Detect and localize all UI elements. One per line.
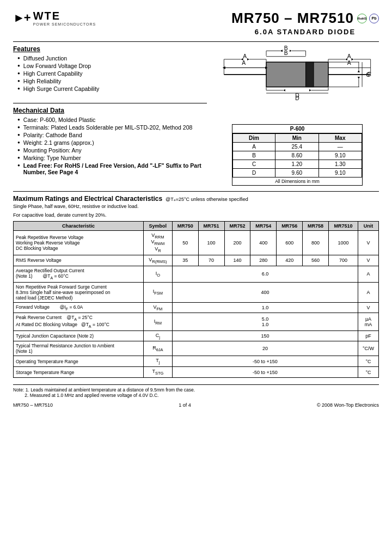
header-divider [13, 41, 379, 42]
footer-bottom: MR750 – MR7510 1 of 4 © 2008 Won-Top Ele… [13, 402, 379, 408]
dim-col-max: Max [318, 133, 362, 142]
rohs-badge: RoHS [357, 14, 367, 23]
col-symbol: Symbol [143, 221, 172, 230]
footer: Note: 1. Leads maintained at ambient tem… [13, 384, 379, 408]
header: ►+ WTE POWER SEMICONDUCTORS MR750 – MR75… [13, 10, 379, 36]
diode-diagram: A B A C D A [218, 45, 376, 119]
logo-text: WTE POWER SEMICONDUCTORS [33, 10, 96, 26]
mech-item-1: Case: P-600, Molded Plastic [17, 117, 207, 123]
svg-text:A: A [347, 53, 351, 59]
dim-package-title: P-600 [232, 125, 362, 133]
dim-note: All Dimensions in mm [232, 177, 362, 185]
row-avg-current: Average Rectified Output Current(Note 1)… [14, 266, 379, 282]
dim-row-b: B8.609.10 [233, 151, 362, 160]
col-mr751: MR751 [198, 221, 224, 230]
dim-row-a: A25.4— [233, 142, 362, 151]
svg-text:B: B [284, 45, 288, 51]
col-unit: Unit [358, 221, 379, 230]
row-rms-reverse: RMS Reverse Voltage VR(RMS) 35 70 140 28… [14, 255, 379, 266]
mech-item-4: Weight: 2.1 grams (approx.) [17, 139, 207, 146]
left-column: Features Diffused Junction Low Forward V… [13, 45, 207, 186]
right-column: A B A C D A [216, 45, 379, 186]
logo-subtitle: POWER SEMICONDUCTORS [33, 22, 96, 26]
ratings-note-1: Single Phase, half wave, 60Hz, resistive… [13, 204, 379, 209]
mech-item-3: Polarity: Cathode Band [17, 132, 207, 138]
col-characteristic: Characteristic [14, 221, 144, 230]
footer-note-2: 2. Measured at 1.0 MHz and applied rever… [13, 393, 379, 398]
col-mr752: MR752 [224, 221, 250, 230]
feature-item-2: Low Forward Voltage Drop [17, 63, 207, 69]
row-forward-voltage: Forward Voltage @IF = 6.0A VFM 1.0 V [14, 302, 379, 313]
feature-item-3: High Current Capability [17, 70, 207, 77]
ratings-table: Characteristic Symbol MR750 MR751 MR752 … [13, 221, 379, 378]
svg-text:A: A [347, 60, 351, 66]
ratings-title: Maximum Ratings and Electrical Character… [13, 195, 162, 203]
row-capacitance: Typical Junction Capacitance (Note 2) Cj… [14, 330, 379, 341]
main-content: Features Diffused Junction Low Forward V… [13, 45, 379, 186]
dimensions-table-wrapper: P-600 Dim Min Max A25.4— B8.609.10 [232, 124, 363, 186]
row-operating-temp: Operating Temperature Range Tj -50 to +1… [14, 356, 379, 367]
col-mr7510: MR7510 [328, 221, 358, 230]
svg-rect-2 [266, 62, 328, 87]
footer-page: 1 of 4 [179, 402, 191, 408]
mech-item-2: Terminals: Plated Leads Solderable per M… [17, 124, 207, 131]
logo-icon: ►+ [13, 11, 30, 25]
svg-text:C: C [366, 72, 370, 78]
col-mr754: MR754 [250, 221, 277, 230]
row-storage-temp: Storage Temperature Range TSTG -50 to +1… [14, 367, 379, 378]
pb-badge: Pb [369, 14, 379, 23]
row-thermal: Typical Thermal Resistance Junction to A… [14, 341, 379, 356]
feature-item-1: Diffused Junction [17, 55, 207, 62]
col-mr756: MR756 [277, 221, 303, 230]
mech-item-7: Lead Free: For RoHS / Lead Free Version,… [17, 162, 207, 175]
logo-wte: WTE [33, 10, 96, 22]
mech-item-6: Marking: Type Number [17, 155, 207, 161]
mechanical-title: Mechanical Data [13, 107, 207, 114]
svg-rect-3 [306, 62, 314, 87]
dim-row-c: C1.201.30 [233, 160, 362, 168]
feature-item-5: High Surge Current Capability [17, 85, 207, 92]
footer-note-1: Note: 1. Leads maintained at ambient tem… [13, 387, 379, 393]
mech-item-5: Mounting Position: Any [17, 147, 207, 154]
feature-item-4: High Reliability [17, 78, 207, 84]
dim-col-min: Min [275, 133, 318, 142]
logo-area: ►+ WTE POWER SEMICONDUCTORS [13, 10, 96, 26]
row-reverse-current: Peak Reverse Current @TA = 25°CAt Rated … [14, 313, 379, 330]
ratings-section: Maximum Ratings and Electrical Character… [13, 191, 379, 378]
part-subtitle: 6.0A STANDARD DIODE [231, 28, 379, 36]
dim-row-d: D9.609.10 [233, 168, 362, 177]
footer-notes: Note: 1. Leads maintained at ambient tem… [13, 387, 379, 398]
features-title: Features [13, 45, 207, 53]
features-list: Diffused Junction Low Forward Voltage Dr… [13, 55, 207, 92]
part-number: MR750 – MR7510 [231, 10, 354, 27]
svg-text:D: D [295, 93, 299, 99]
section-divider [13, 103, 207, 103]
ratings-note-2: For capacitive load, derate current by 2… [13, 212, 379, 218]
svg-text:A: A [242, 60, 246, 66]
row-surge-current: Non Repetitive Peak Forward Surge Curren… [14, 282, 379, 302]
row-peak-reverse: Peak Repetitive Reverse VoltageWorking P… [14, 230, 379, 255]
dimensions-table: Dim Min Max A25.4— B8.609.10 C1.201.30 [232, 133, 362, 177]
col-mr758: MR758 [303, 221, 329, 230]
dim-col-dim: Dim [233, 133, 275, 142]
title-area: MR750 – MR7510 RoHS Pb 6.0A STANDARD DIO… [231, 10, 379, 36]
footer-part-number: MR750 – MR7510 [13, 402, 53, 408]
ratings-condition: @Tₐ=25°C unless otherwise specified [166, 197, 248, 202]
rohs-badges: RoHS Pb [357, 14, 379, 23]
footer-copyright: © 2008 Won-Top Electronics [317, 402, 379, 408]
ratings-divider [13, 191, 379, 192]
svg-text:A: A [243, 53, 247, 59]
mechanical-list: Case: P-600, Molded Plastic Terminals: P… [13, 117, 207, 175]
col-mr750: MR750 [172, 221, 198, 230]
